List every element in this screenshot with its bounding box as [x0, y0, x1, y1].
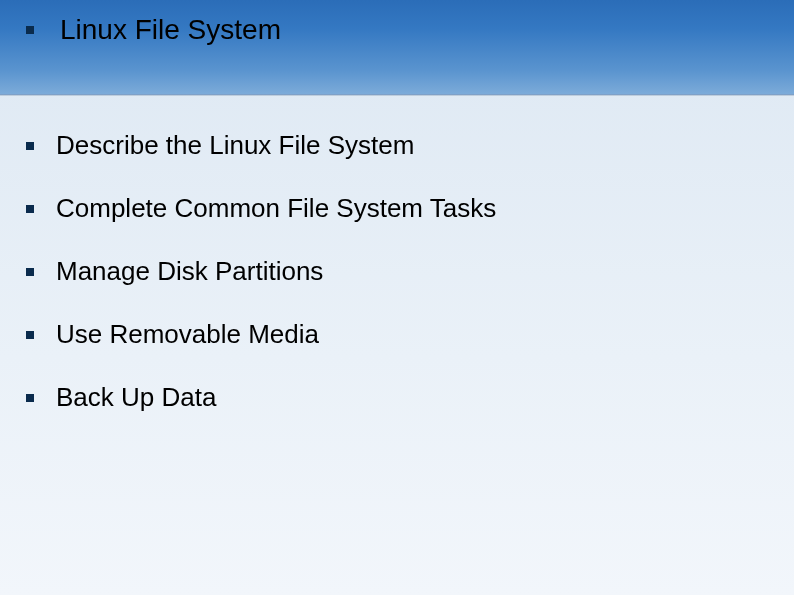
list-item: Manage Disk Partitions: [26, 256, 754, 287]
bullet-icon: [26, 268, 34, 276]
bullet-icon: [26, 331, 34, 339]
list-item-text: Manage Disk Partitions: [56, 256, 323, 287]
bullet-icon: [26, 142, 34, 150]
list-item-text: Complete Common File System Tasks: [56, 193, 496, 224]
list-item: Back Up Data: [26, 382, 754, 413]
slide: Linux File System Describe the Linux Fil…: [0, 0, 794, 595]
bullet-icon: [26, 394, 34, 402]
list-item: Describe the Linux File System: [26, 130, 754, 161]
list-item: Use Removable Media: [26, 319, 754, 350]
slide-body: Describe the Linux File System Complete …: [26, 130, 754, 445]
bullet-icon: [26, 205, 34, 213]
list-item-text: Describe the Linux File System: [56, 130, 414, 161]
slide-title-row: Linux File System: [26, 14, 281, 46]
list-item-text: Back Up Data: [56, 382, 216, 413]
list-item: Complete Common File System Tasks: [26, 193, 754, 224]
list-item-text: Use Removable Media: [56, 319, 319, 350]
bullet-icon: [26, 26, 34, 34]
slide-title: Linux File System: [60, 14, 281, 46]
